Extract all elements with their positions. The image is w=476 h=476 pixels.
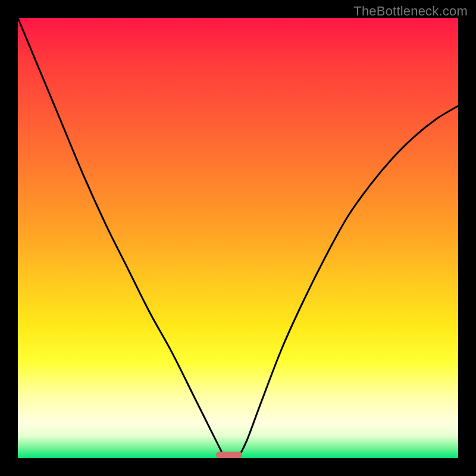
plot-area (18, 18, 458, 458)
curve-layer (18, 18, 458, 458)
watermark-text: TheBottleneck.com (353, 4, 468, 19)
chart-frame: TheBottleneck.com (0, 0, 476, 476)
curve-right (238, 106, 458, 458)
bottleneck-marker (216, 452, 242, 458)
curve-left (18, 18, 225, 458)
